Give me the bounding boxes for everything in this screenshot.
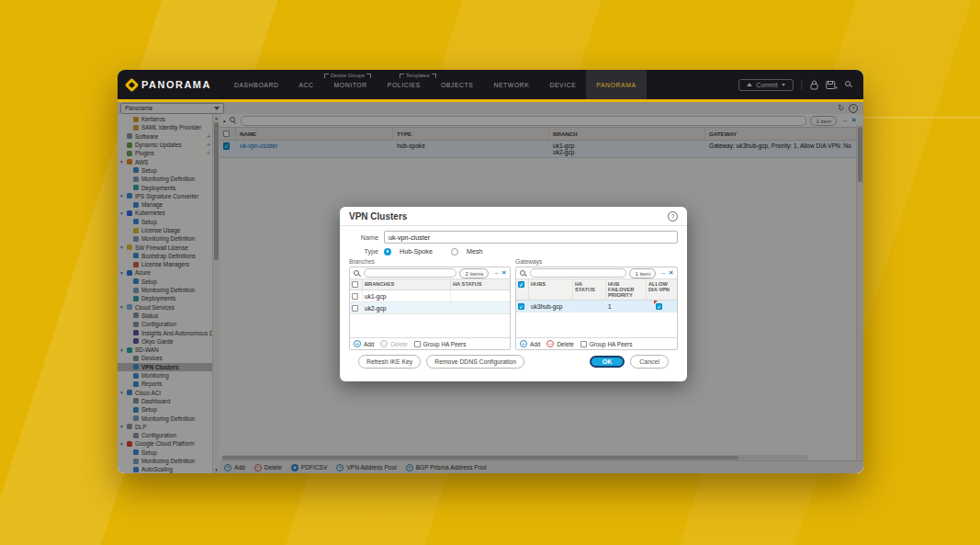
chevron-down-icon [782, 84, 785, 86]
delete-button[interactable]: −Delete [380, 340, 407, 347]
search-icon [520, 270, 527, 277]
tab-dashboard[interactable]: DASHBOARD [224, 70, 288, 99]
add-circle-icon: + [354, 340, 361, 347]
mesh-radio[interactable] [451, 248, 458, 255]
group-ha-peers-checkbox[interactable]: Group HA Peers [580, 341, 633, 347]
branches-table-header: BRANCHES HA STATUS [350, 279, 510, 290]
gateway-row[interactable]: ✓uk3hub-gcp1✓ [516, 301, 677, 312]
branches-footer: +Add −Delete Group HA Peers [350, 337, 510, 349]
column-header[interactable]: HA STATUS [451, 279, 510, 290]
select-all-checkbox[interactable]: ✓ [518, 281, 524, 288]
hub-spoke-radio[interactable] [384, 248, 391, 255]
delete-circle-icon: − [546, 340, 554, 347]
branches-search-row: 2 items → × [350, 267, 510, 279]
commit-label: Commit [756, 82, 777, 88]
branch-name: uk2-gcp [363, 302, 451, 313]
divider: | [801, 80, 803, 89]
branch-ha-status [451, 302, 510, 313]
export-arrow-icon[interactable]: → [491, 269, 499, 277]
branches-panel: Branches 2 items → × BRANCHES HA ST [349, 258, 511, 350]
dialog-footer: Refresh IKE Key Remove DDNS Configuratio… [349, 350, 678, 378]
branch-name: uk1-gcp [363, 290, 451, 301]
tab-panorama[interactable]: PANORAMA [586, 70, 646, 99]
lock-icon[interactable] [810, 80, 818, 90]
gateways-search-row: 1 item → × [516, 267, 677, 279]
tab-network[interactable]: NETWORK [483, 70, 539, 99]
column-header[interactable]: HA STATUS [573, 279, 606, 300]
checkbox[interactable] [580, 341, 587, 347]
ok-button[interactable]: OK [590, 356, 625, 368]
column-header[interactable]: HUBS [529, 279, 573, 300]
brand-title: PANORAMA [141, 79, 211, 90]
gateways-count-badge: 1 item [629, 268, 656, 278]
tab-acc[interactable]: ACC [288, 70, 323, 99]
gateways-footer: +Add −Delete Group HA Peers [516, 337, 677, 349]
name-field-value: uk-vpn-cluster [389, 233, 430, 242]
gateways-table-header: ✓ HUBS HA STATUS HUB FAILOVER PRIORITY A… [516, 279, 677, 301]
add-circle-icon: + [520, 340, 527, 347]
mesh-radio-label[interactable]: Mesh [467, 247, 483, 255]
remove-ddns-configuration-button[interactable]: Remove DDNS Configuration [426, 355, 524, 369]
refresh-ike-key-button[interactable]: Refresh IKE Key [358, 355, 421, 369]
branches-empty-area [350, 314, 510, 337]
branch-row[interactable]: uk1-gcp [350, 290, 510, 302]
commit-icon [747, 83, 752, 86]
commit-button[interactable]: Commit [738, 79, 793, 91]
clear-filter-icon[interactable]: × [669, 269, 673, 277]
column-header[interactable]: HUB FAILOVER PRIORITY [606, 279, 647, 300]
gateways-panel: Gateways 1 item → × ✓ HUBS HA STATUS [515, 258, 678, 350]
panorama-app-window: PANORAMA DASHBOARDACCMONITORPOLICIESOBJE… [118, 70, 863, 473]
modified-marker-icon [654, 301, 658, 304]
name-field[interactable]: uk-vpn-cluster [384, 231, 678, 244]
name-label: Name [349, 233, 378, 242]
select-all-cell[interactable]: ✓ [516, 279, 529, 300]
vpn-clusters-dialog: VPN Clusters ? Name uk-vpn-cluster Type … [340, 207, 687, 381]
gateways-search-input[interactable] [530, 268, 626, 278]
column-header[interactable]: ALLOW DIA VPN [647, 279, 677, 300]
type-label: Type [349, 247, 378, 255]
row-checkbox[interactable]: ✓ [518, 303, 524, 310]
branch-row[interactable]: uk2-gcp [350, 302, 510, 314]
device-groups-label: Device Groups [322, 73, 373, 78]
cancel-button[interactable]: Cancel [630, 355, 669, 369]
hub-failover-priority: 1 [606, 301, 647, 312]
select-all-cell[interactable] [350, 279, 363, 290]
search-icon[interactable] [845, 81, 852, 89]
select-all-checkbox[interactable] [352, 281, 358, 288]
branch-ha-status [451, 290, 510, 301]
branches-heading: Branches [349, 258, 511, 265]
config-save-icon[interactable] [826, 80, 838, 90]
delete-circle-icon: − [380, 340, 388, 347]
top-nav: PANORAMA DASHBOARDACCMONITORPOLICIESOBJE… [118, 70, 863, 99]
checkbox[interactable] [414, 341, 421, 347]
gateways-heading: Gateways [515, 258, 678, 265]
delete-button[interactable]: −Delete [546, 340, 573, 347]
export-arrow-icon[interactable]: → [659, 269, 666, 277]
brand: PANORAMA [118, 70, 224, 99]
row-checkbox[interactable] [352, 293, 358, 300]
hub-spoke-radio-label[interactable]: Hub-Spoke [400, 247, 433, 255]
branches-search-input[interactable] [364, 268, 456, 278]
search-icon [354, 270, 361, 277]
row-checkbox[interactable] [352, 305, 358, 312]
group-ha-peers-checkbox[interactable]: Group HA Peers [414, 341, 467, 347]
nav-right: Commit | [738, 70, 863, 99]
gateways-empty-area [516, 312, 677, 337]
templates-label: Templates [398, 73, 438, 78]
dialog-body: Name uk-vpn-cluster Type Hub-Spoke Mesh … [340, 226, 687, 381]
hub-ha-status [573, 301, 606, 312]
dialog-title: VPN Clusters [349, 211, 407, 221]
add-button[interactable]: +Add [520, 340, 540, 347]
clear-filter-icon[interactable]: × [501, 269, 506, 277]
tab-device[interactable]: DEVICE [539, 70, 586, 99]
dialog-titlebar: VPN Clusters ? [340, 207, 687, 226]
branches-count-badge: 2 items [459, 268, 489, 278]
column-header[interactable]: BRANCHES [363, 279, 451, 290]
hub-name: uk3hub-gcp [529, 301, 573, 312]
panorama-logo-icon [125, 77, 140, 92]
add-button[interactable]: +Add [354, 340, 374, 347]
tab-objects[interactable]: OBJECTS [431, 70, 484, 99]
help-icon[interactable]: ? [668, 211, 678, 221]
